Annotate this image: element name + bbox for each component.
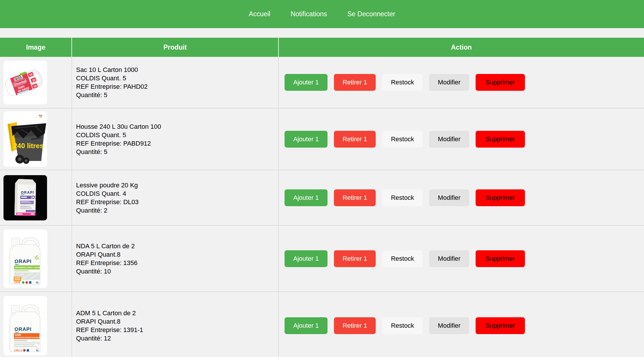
svg-text:ORAPI: ORAPI [21,191,34,195]
ajouter-button[interactable]: Ajouter 1 [285,250,328,267]
svg-text:ORAPI: ORAPI [15,327,32,332]
supprimer-button[interactable]: Supprimer [476,74,525,91]
restock-button[interactable]: Restock [382,317,422,334]
svg-text:5L: 5L [36,349,39,352]
product-quantity: Quantité: 12 [76,334,278,342]
table-row: 240 litres Housse 240 L 30u Carton 100 C… [0,108,644,170]
svg-text:ADM: ADM [15,334,21,336]
ajouter-button[interactable]: Ajouter 1 [285,189,328,206]
supprimer-button[interactable]: Supprimer [476,189,525,206]
retirer-button[interactable]: Retirer 1 [334,131,376,148]
disinfectant-jug-illustration: ORAPI DÉSINFECTANT CUISINE 1379 5L [3,229,47,287]
top-navbar: Accueil Notifications Se Deconnecter [0,0,644,28]
product-name: Sac 10 L Carton 1000 [76,66,278,74]
powder-bag-illustration: ORAPI [3,175,47,219]
product-name: Housse 240 L 30u Carton 100 [76,122,278,131]
svg-text:ORAPI: ORAPI [15,259,32,264]
product-ref: REF Entreprise: PAHD02 [76,82,278,91]
retirer-button[interactable]: Retirer 1 [334,250,376,267]
product-info: Housse 240 L 30u Carton 100 COLDIS Quant… [72,108,279,170]
retirer-button[interactable]: Retirer 1 [334,74,376,91]
powder-bag-photo: ORAPI [3,175,47,220]
product-quantity: Quantité: 5 [76,91,278,99]
product-supplier: COLDIS Quant. 5 [76,131,278,139]
stock-table: Image Produit Action [0,38,644,357]
modifier-button[interactable]: Modifier [429,317,469,334]
retirer-button[interactable]: Retirer 1 [334,317,376,334]
product-quantity: Quantité: 10 [76,267,278,276]
restock-button[interactable]: Restock [382,250,422,267]
wheelie-bin-photo: 240 litres [3,111,47,167]
table-row: ORAPI DÉSINFECTANT CUISINE 1379 5L [0,226,644,292]
product-supplier: ORAPI Quant.8 [76,250,278,259]
restock-button[interactable]: Restock [382,131,422,148]
nav-link-notifications[interactable]: Notifications [289,8,328,20]
action-cell: Ajouter 1 Retirer 1 Restock Modifier Sup… [279,108,644,170]
product-quantity: Quantité: 5 [76,148,278,156]
restock-button[interactable]: Restock [382,189,422,206]
trash-bag-roll-illustration: Elembal Salle de bains 10 10 10 [3,61,47,103]
product-info: Sac 10 L Carton 1000 COLDIS Quant. 5 REF… [72,57,279,108]
adm-jug-photo: ORAPI ADM DÉGRAISSANT DÉSINFECTANT MOUSS… [3,296,47,355]
product-name: Lessive poudre 20 Kg [76,181,278,189]
ajouter-button[interactable]: Ajouter 1 [285,74,328,91]
product-ref: REF Entreprise: DL03 [76,198,278,206]
ajouter-button[interactable]: Ajouter 1 [285,131,328,148]
column-header-action: Action [279,38,644,57]
product-quantity: Quantité: 2 [76,206,278,215]
product-supplier: COLDIS Quant. 5 [76,74,278,82]
trash-bag-roll-photo: Elembal Salle de bains 10 10 10 [3,61,47,104]
adm-jug-illustration: ORAPI ADM DÉGRAISSANT DÉSINFECTANT MOUSS… [3,296,47,354]
supprimer-button[interactable]: Supprimer [476,131,525,148]
svg-text:5L: 5L [36,281,39,284]
product-ref: REF Entreprise: 1356 [76,259,278,267]
product-ref: REF Entreprise: PABD912 [76,139,278,148]
modifier-button[interactable]: Modifier [429,189,469,206]
product-info: Lessive poudre 20 Kg COLDIS Quant. 4 REF… [72,170,279,225]
action-cell: Ajouter 1 Retirer 1 Restock Modifier Sup… [279,170,644,225]
product-ref: REF Entreprise: 1391-1 [76,326,278,334]
svg-text:1379: 1379 [14,281,20,284]
restock-button[interactable]: Restock [382,74,422,91]
product-supplier: ORAPI Quant.8 [76,317,278,326]
ajouter-button[interactable]: Ajouter 1 [285,317,328,334]
svg-text:DÉSINFECTANT CUISINE: DÉSINFECTANT CUISINE [15,266,43,269]
product-name: NDA 5 L Carton de 2 [76,242,278,250]
table-header-row: Image Produit Action [0,38,644,57]
supprimer-button[interactable]: Supprimer [476,317,525,334]
nav-link-accueil[interactable]: Accueil [248,8,271,20]
product-supplier: COLDIS Quant. 4 [76,189,278,198]
action-cell: Ajouter 1 Retirer 1 Restock Modifier Sup… [279,226,644,291]
wheelie-bin-illustration: 240 litres [3,111,47,166]
disinfectant-jug-photo: ORAPI DÉSINFECTANT CUISINE 1379 5L [3,229,47,288]
svg-text:DÉGRAISSANT DÉSINFECTANT MOUSS: DÉGRAISSANT DÉSINFECTANT MOUSSANT [15,336,43,338]
modifier-button[interactable]: Modifier [429,131,469,148]
column-header-produit: Produit [72,38,279,57]
svg-text:240 litres: 240 litres [13,142,44,150]
nav-link-se-deconnecter[interactable]: Se Deconnecter [346,8,396,20]
retirer-button[interactable]: Retirer 1 [334,189,376,206]
product-info: ADM 5 L Carton de 2 ORAPI Quant.8 REF En… [72,292,279,357]
table-row: Elembal Salle de bains 10 10 10 [0,57,644,108]
table-row: ORAPI ADM DÉGRAISSANT DÉSINFECTANT MOUSS… [0,292,644,357]
modifier-button[interactable]: Modifier [429,74,469,91]
table-row: ORAPI Lessive [0,170,644,226]
column-header-image: Image [0,38,72,57]
product-name: ADM 5 L Carton de 2 [76,309,278,317]
supprimer-button[interactable]: Supprimer [476,250,525,267]
action-cell: Ajouter 1 Retirer 1 Restock Modifier Sup… [279,292,644,357]
modifier-button[interactable]: Modifier [429,250,469,267]
product-info: NDA 5 L Carton de 2 ORAPI Quant.8 REF En… [72,226,279,291]
svg-text:1391-1: 1391-1 [14,349,22,352]
action-cell: Ajouter 1 Retirer 1 Restock Modifier Sup… [279,57,644,108]
